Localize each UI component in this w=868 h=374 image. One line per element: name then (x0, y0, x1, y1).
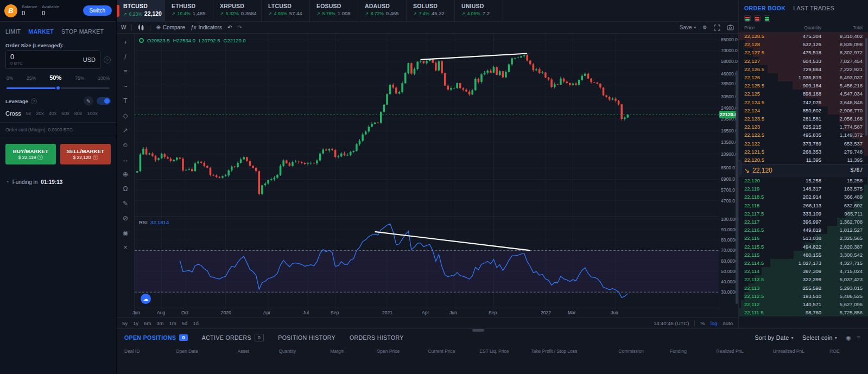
trend-line-icon[interactable]: / (121, 53, 130, 61)
book-both-icon[interactable] (744, 15, 751, 22)
orderbook-ask-row[interactable]: 22,122373,789653,537 (739, 139, 868, 147)
orderbook-bid-row[interactable]: 22,116513,0382,325,565 (739, 234, 868, 242)
tab-last-trades[interactable]: LAST TRADES (793, 5, 834, 11)
scale-auto[interactable]: auto (723, 320, 733, 326)
lev-60x[interactable]: 60x (61, 111, 69, 116)
preset-75[interactable]: 75% (75, 75, 84, 81)
select-coin-dropdown[interactable]: Select coin ▾ (802, 334, 837, 341)
orderbook-ask-row[interactable]: 22,123.5281,5812,056,168 (739, 115, 868, 123)
lev-100x[interactable]: 100x (87, 111, 98, 116)
range-1y[interactable]: 1y (133, 320, 138, 326)
crosshair-icon[interactable]: + (121, 38, 130, 47)
preset-100[interactable]: 100% (98, 75, 110, 81)
collapse-panel-icon[interactable]: › (738, 160, 742, 175)
snapshot-camera-icon[interactable] (727, 24, 734, 30)
preset-50[interactable]: 50% (49, 74, 61, 81)
measure-icon[interactable]: ↔ (121, 155, 130, 164)
trash-icon[interactable]: × (121, 243, 130, 252)
visibility-icon[interactable]: ◉ (846, 334, 851, 341)
timeframe-button[interactable]: W (121, 24, 126, 30)
orderbook-ask-row[interactable]: 22,124850,6022,906,770 (739, 106, 868, 115)
columns-menu-icon[interactable]: ≡ (857, 334, 860, 341)
buy-market-button[interactable]: BUY/MARKET $ 22,119? (5, 144, 56, 164)
range-6m[interactable]: 6m (144, 320, 151, 326)
ticker-tab-btcusd[interactable]: BTCUSD↗6.23%22,120 (117, 0, 165, 21)
size-slider[interactable] (7, 85, 110, 91)
leverage-toggle[interactable] (97, 97, 111, 105)
last-price-row[interactable]: ↘ 22,120 $767 (739, 164, 868, 176)
orderbook-bid-row[interactable]: 22,112.5193,5105,486,525 (739, 292, 868, 300)
tab-order-book[interactable]: ORDER BOOK (744, 5, 785, 11)
scale-percent[interactable]: % (700, 320, 705, 326)
orderbook-ask-row[interactable]: 22,125.5909,1845,456,218 (739, 81, 868, 90)
orderbook-bid-row[interactable]: 22,113.5322,3995,037,423 (739, 275, 868, 283)
lock-icon[interactable]: ⊘ (121, 214, 130, 223)
book-asks-icon[interactable] (754, 15, 761, 22)
chart-style-icon[interactable] (137, 24, 144, 31)
range-5d[interactable]: 5d (182, 320, 188, 326)
lev-40x[interactable]: 40x (49, 111, 57, 116)
magnet-icon[interactable]: Ω (121, 185, 130, 193)
xabcd-pattern-icon[interactable]: ◇ (121, 111, 130, 120)
orderbook-scrollbar[interactable] (865, 38, 867, 136)
orderbook-ask-row[interactable]: 22,122.5495,8351,149,372 (739, 131, 868, 139)
orderbook-ask-row[interactable]: 22,121.5268,353279,748 (739, 148, 868, 156)
orderbook-bid-row[interactable]: 22,118.5202,914366,489 (739, 193, 868, 201)
orderbook-bid-row[interactable]: 22,119148,317163,575 (739, 185, 868, 193)
orderbook-ask-row[interactable]: 22,124.5742,0763,648,846 (739, 98, 868, 106)
sort-by-date-dropdown[interactable]: Sort by Date ▾ (755, 334, 794, 341)
slider-handle[interactable] (55, 85, 61, 91)
fullscreen-icon[interactable] (714, 24, 720, 31)
undo-icon[interactable]: ↶ (227, 24, 232, 30)
watermark-cloud-icon[interactable]: ☁ (141, 294, 151, 304)
vertical-scrollbar[interactable] (736, 71, 738, 304)
pencil-icon[interactable]: ✎ (121, 199, 130, 208)
orderbook-ask-row[interactable]: 22,1261,036,8196,493,037 (739, 73, 868, 81)
tab-stop-market[interactable]: STOP MARKET (61, 28, 104, 35)
book-bids-icon[interactable] (764, 15, 770, 22)
tab-open-positions[interactable]: OPEN POSITIONS0 (124, 334, 188, 341)
ticker-tab-ltcusd[interactable]: LTCUSD↗4.06%57.44 (262, 0, 310, 21)
orderbook-bid-row[interactable]: 22,117396,9971,362,708 (739, 218, 868, 226)
range-1m[interactable]: 1m (169, 320, 176, 326)
orderbook-bid-row[interactable]: 22,115.5494,8222,820,387 (739, 243, 868, 251)
margin-mode[interactable]: Cross (5, 110, 21, 117)
orderbook-ask-row[interactable]: 22,128.5475,3049,310,402 (739, 32, 868, 40)
time-axis[interactable]: JunAugOct2020AprJulSep2021AprJunSep2022M… (135, 309, 719, 317)
ticker-tab-adausd[interactable]: ADAUSD↗8.72%0.465 (358, 0, 407, 21)
emoji-icon[interactable]: ☺ (121, 141, 130, 149)
tab-limit[interactable]: LIMIT (5, 28, 21, 35)
chart-settings-icon[interactable]: ⚙ (702, 24, 707, 30)
orderbook-ask-row[interactable]: 22,126.5729,8847,222,921 (739, 65, 868, 73)
chart-scrollbar-handle[interactable] (472, 329, 484, 332)
order-size-input[interactable]: 0 0 BTC USD (5, 50, 100, 69)
range-1d[interactable]: 1d (193, 320, 199, 326)
edit-leverage-icon[interactable]: ✎ (84, 96, 93, 106)
chart-plot[interactable] (135, 34, 719, 309)
orderbook-ask-row[interactable]: 22,127.5475,5188,302,972 (739, 48, 868, 56)
scale-log[interactable]: log (711, 320, 718, 326)
orderbook-bid-row[interactable]: 22,116.5449,8191,812,527 (739, 226, 868, 234)
leverage-help-icon[interactable]: ? (31, 98, 37, 104)
orderbook-bid-row[interactable]: 22,118266,113632,602 (739, 201, 868, 210)
compare-button[interactable]: ⊕ Compare (156, 24, 185, 30)
orderbook-bid-row[interactable]: 22,115480,1553,300,542 (739, 251, 868, 259)
orderbook-ask-row[interactable]: 22,127604,5337,827,454 (739, 57, 868, 65)
brush-icon[interactable]: ~ (121, 82, 130, 91)
orderbook-bid-row[interactable]: 22,117.5333,109965,711 (739, 210, 868, 218)
orderbook-ask-row[interactable]: 22,123625,2151,774,587 (739, 123, 868, 131)
ticker-tab-solusd[interactable]: SOLUSD↗7.4%45.32 (407, 0, 455, 21)
redo-icon[interactable]: ↷ (237, 24, 242, 30)
orderbook-bid-row[interactable]: 22,114.51,027,1734,327,715 (739, 259, 868, 267)
orderbook-bid-row[interactable]: 22,112140,5715,627,096 (739, 300, 868, 308)
orderbook-bid-row[interactable]: 22,12015,25815,258 (739, 176, 868, 185)
ticker-tab-ethusd[interactable]: ETHUSD↗10.4%1,485 (165, 0, 213, 21)
orderbook-ask-row[interactable]: 22,120.511,39511,395 (739, 156, 868, 164)
switch-button[interactable]: Switch (83, 5, 112, 16)
orderbook-ask-row[interactable]: 22,125898,1884,547,034 (739, 90, 868, 98)
orderbook-bid-row[interactable]: 22,111.598,7605,725,856 (739, 308, 868, 316)
save-button[interactable]: Save ▾ (680, 24, 696, 30)
tab-active-orders[interactable]: ACTIVE ORDERS0 (202, 334, 264, 341)
ticker-tab-xrpusd[interactable]: XRPUSD↗5.32%0.3684 (213, 0, 262, 21)
forecast-icon[interactable]: ↗ (121, 126, 130, 135)
